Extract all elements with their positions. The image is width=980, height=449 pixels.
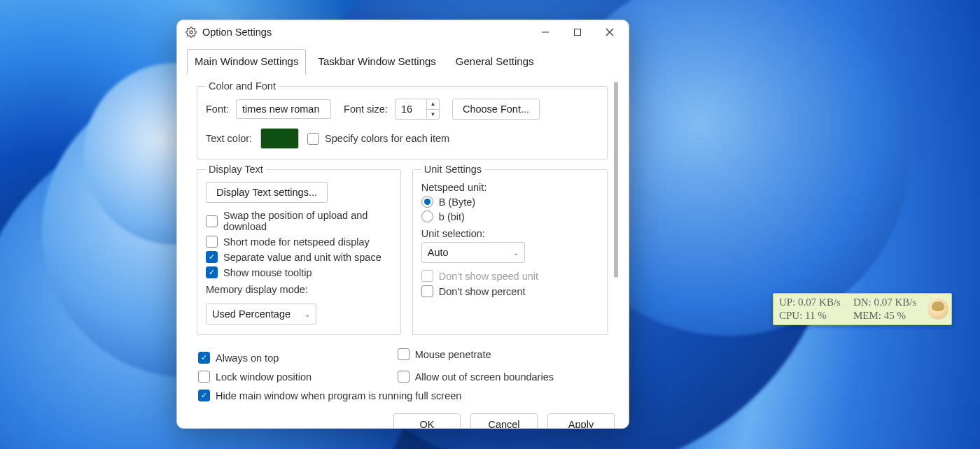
unit-settings-legend: Unit Settings: [421, 164, 484, 175]
tab-main-window-settings[interactable]: Main Window Settings: [187, 49, 306, 74]
color-and-font-legend: Color and Font: [206, 80, 279, 92]
separate-value-unit-checkbox[interactable]: ✓ Separate value and unit with space: [206, 251, 392, 263]
cancel-button[interactable]: Cancel: [470, 413, 538, 429]
vertical-scrollbar[interactable]: [610, 73, 622, 405]
color-and-font-group: Color and Font Font: times new roman Fon…: [197, 80, 608, 159]
chevron-down-icon: ⌄: [513, 249, 519, 257]
maximize-button[interactable]: [561, 20, 594, 44]
display-text-legend: Display Text: [206, 164, 266, 175]
radio-byte[interactable]: B (Byte): [421, 196, 598, 208]
widget-up: UP: 0.07 KB/s: [779, 296, 841, 310]
minimize-button[interactable]: [529, 20, 561, 44]
font-input[interactable]: times new roman: [236, 99, 331, 119]
unit-selection-label: Unit selection:: [421, 228, 598, 239]
choose-font-button[interactable]: Choose Font...: [452, 99, 540, 120]
text-color-swatch[interactable]: [260, 128, 299, 149]
widget-avatar-icon: [927, 299, 948, 320]
radio-bit[interactable]: b (bit): [421, 211, 598, 222]
widget-dn: DN: 0.07 KB/s: [853, 296, 916, 310]
window-title: Option Settings: [202, 27, 272, 38]
chevron-up-icon[interactable]: ▲: [427, 99, 439, 110]
scrollbar-thumb[interactable]: [614, 82, 618, 278]
general-checks-area: ✓ Always on top Mouse penetrate Lock win…: [187, 342, 610, 405]
hide-main-window-fullscreen-checkbox[interactable]: ✓ Hide main window when program is runni…: [198, 390, 608, 401]
unit-settings-group: Unit Settings Netspeed unit: B (Byte) b …: [412, 164, 608, 335]
svg-rect-2: [575, 29, 581, 36]
swap-upload-download-checkbox[interactable]: Swap the position of upload and download: [206, 210, 392, 232]
always-on-top-checkbox[interactable]: ✓ Always on top: [198, 352, 395, 364]
chevron-down-icon[interactable]: ▼: [427, 110, 439, 120]
dont-show-percent-checkbox[interactable]: Don't show percent: [421, 285, 598, 297]
dialog-buttons: OK Cancel Apply: [177, 405, 629, 429]
font-size-label: Font size:: [344, 104, 388, 115]
gear-icon: [186, 27, 197, 38]
text-color-label: Text color:: [206, 133, 252, 144]
memory-display-mode-select[interactable]: Used Percentage ⌄: [206, 304, 316, 325]
dont-show-speed-unit-checkbox: Don't show speed unit: [421, 270, 598, 282]
font-label: Font:: [206, 104, 229, 115]
tab-taskbar-window-settings[interactable]: Taskbar Window Settings: [310, 49, 443, 74]
unit-selection-select[interactable]: Auto ⌄: [421, 242, 525, 263]
allow-out-of-screen-checkbox[interactable]: Allow out of screen boundaries: [398, 371, 594, 383]
font-size-spinner[interactable]: 16 ▲ ▼: [395, 99, 440, 120]
svg-point-0: [190, 31, 192, 34]
short-mode-checkbox[interactable]: Short mode for netspeed display: [206, 236, 392, 248]
show-mouse-tooltip-checkbox[interactable]: ✓ Show mouse tooltip: [206, 266, 392, 278]
apply-button[interactable]: Apply: [547, 413, 615, 429]
chevron-down-icon: ⌄: [304, 311, 310, 318]
lock-window-position-checkbox[interactable]: Lock window position: [198, 371, 395, 383]
option-settings-window: Option Settings Main Window Settings Tas…: [176, 20, 629, 429]
memory-display-mode-label: Memory display mode:: [206, 284, 308, 295]
netspeed-unit-label: Netspeed unit:: [421, 182, 598, 193]
display-text-settings-button[interactable]: Display Text settings...: [206, 182, 328, 203]
titlebar: Option Settings: [177, 20, 629, 44]
widget-cpu: CPU: 11 %: [779, 309, 841, 323]
specify-colors-checkbox[interactable]: Specify colors for each item: [307, 133, 449, 145]
tab-general-settings[interactable]: General Settings: [448, 49, 542, 74]
ok-button[interactable]: OK: [393, 413, 461, 429]
display-text-group: Display Text Display Text settings... Sw…: [197, 164, 401, 335]
tab-bar: Main Window Settings Taskbar Window Sett…: [177, 44, 629, 73]
widget-mem: MEM: 45 %: [853, 309, 916, 323]
close-button[interactable]: [594, 20, 626, 44]
netspeed-widget[interactable]: UP: 0.07 KB/s CPU: 11 % DN: 0.07 KB/s ME…: [773, 293, 952, 325]
mouse-penetrate-checkbox[interactable]: Mouse penetrate: [398, 348, 594, 360]
